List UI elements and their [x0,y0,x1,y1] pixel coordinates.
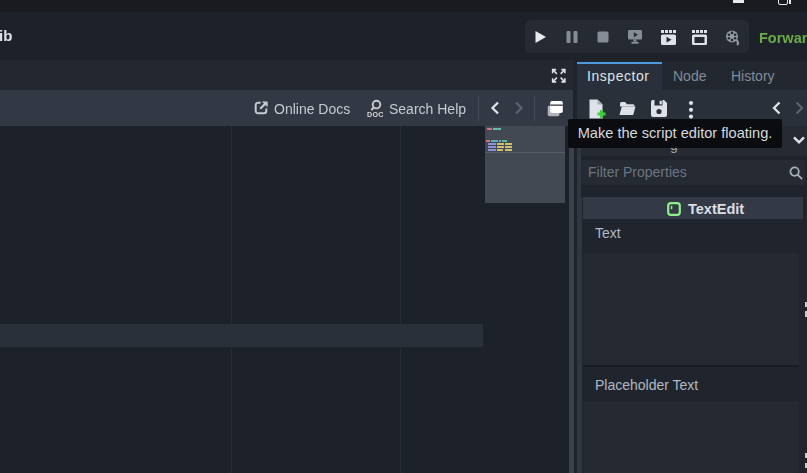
svg-text:DOC: DOC [367,110,384,119]
